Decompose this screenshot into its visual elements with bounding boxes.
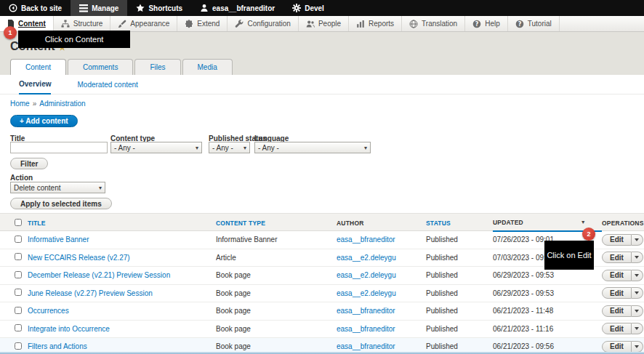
edit-dropdown-caret[interactable]: [632, 287, 643, 299]
manage-button[interactable]: Manage: [71, 0, 127, 16]
row-content-type: Book page: [216, 271, 337, 279]
breadcrumb-separator: »: [33, 100, 37, 108]
user-icon: [200, 4, 209, 12]
row-updated: 06/21/2023 - 11:16: [493, 325, 602, 333]
action-select[interactable]: Delete content: [10, 182, 105, 193]
annotation-step-1-badge: 1: [4, 26, 17, 39]
row-status: Published: [426, 342, 493, 350]
row-author-link[interactable]: easa__bfraneditor: [337, 325, 395, 333]
row-author-link[interactable]: easa__bfraneditor: [337, 236, 395, 244]
edit-button[interactable]: Edit: [602, 234, 632, 246]
row-status: Published: [426, 271, 493, 279]
menu-item-reports[interactable]: Reports: [349, 16, 402, 31]
row-title-link[interactable]: June Release (v2.27) Preview Session: [28, 289, 153, 297]
select-all-checkbox[interactable]: [15, 219, 22, 226]
edit-dropdown-caret[interactable]: [632, 341, 643, 353]
row-author-link[interactable]: easa__e2.deleygu: [337, 254, 396, 262]
column-header-content-type[interactable]: CONTENT TYPE: [216, 220, 337, 227]
row-status: Published: [426, 254, 493, 262]
extend-modules-icon: [185, 20, 193, 28]
row-author-link[interactable]: easa__bfraneditor: [337, 307, 395, 315]
column-header-status[interactable]: STATUS: [426, 220, 493, 227]
content-type-select[interactable]: - Any -: [110, 142, 202, 153]
edit-split-button: Edit: [602, 234, 643, 246]
column-header-title[interactable]: TITLE: [28, 220, 216, 227]
row-status: Published: [426, 236, 493, 244]
breadcrumb: Home»Administration: [10, 100, 86, 108]
menu-item-configuration-label: Configuration: [247, 20, 290, 28]
devel-button[interactable]: Devel: [283, 0, 333, 16]
username-label: easa__bfraneditor: [212, 4, 275, 12]
row-select-checkbox[interactable]: [15, 289, 22, 296]
edit-dropdown-caret[interactable]: [632, 252, 643, 263]
subtab-moderated-content[interactable]: Moderated content: [77, 75, 137, 94]
annotation-step-1-tooltip: Click on Content: [18, 31, 130, 48]
menu-item-configuration[interactable]: Configuration: [228, 16, 298, 31]
tab-content[interactable]: Content: [10, 59, 66, 75]
row-title-link[interactable]: Integrate into Occurrence: [28, 325, 110, 333]
row-author-link[interactable]: easa__e2.deleygu: [337, 271, 396, 279]
edit-split-button: Edit: [602, 252, 643, 263]
row-select-checkbox[interactable]: [15, 324, 22, 331]
edit-button[interactable]: Edit: [602, 305, 632, 317]
row-title-link[interactable]: Informative Banner: [28, 236, 89, 244]
row-select-checkbox[interactable]: [15, 271, 22, 278]
table-row: Occurrences Book page easa__bfraneditor …: [0, 302, 644, 321]
secondary-tabs: Overview Moderated content: [0, 75, 644, 94]
sort-descending-icon: ▼: [581, 220, 586, 225]
row-content-type: Book page: [216, 342, 337, 350]
row-title-link[interactable]: New ECCAIRS Release (v2.27): [28, 254, 130, 262]
row-title-link[interactable]: December Release (v2.21) Preview Session: [28, 271, 170, 279]
subtab-overview[interactable]: Overview: [19, 75, 51, 94]
row-title-link[interactable]: Filters and Actions: [28, 342, 87, 350]
tutorial-icon: ?: [515, 20, 524, 28]
apply-to-selected-items-button[interactable]: Apply to selected items: [10, 198, 112, 209]
filter-button[interactable]: Filter: [10, 158, 48, 169]
tab-files[interactable]: Files: [134, 59, 180, 75]
menu-item-people[interactable]: People: [299, 16, 349, 31]
add-content-button[interactable]: + Add content: [10, 115, 78, 127]
edit-button[interactable]: Edit: [602, 252, 632, 263]
edit-dropdown-caret[interactable]: [632, 234, 643, 246]
menu-item-translation-label: Translation: [422, 20, 457, 28]
row-updated: 06/21/2023 - 09:56: [493, 342, 602, 350]
edit-button[interactable]: Edit: [602, 323, 632, 334]
row-updated: 06/29/2023 - 09:53: [493, 271, 602, 279]
edit-dropdown-caret[interactable]: [632, 323, 643, 334]
row-title-link[interactable]: Occurrences: [28, 307, 69, 315]
edit-button[interactable]: Edit: [602, 287, 632, 299]
row-author-link[interactable]: easa__bfraneditor: [337, 342, 395, 350]
menu-icon: [79, 4, 88, 12]
primary-tabs: Content Comments Files Media: [10, 59, 234, 75]
edit-dropdown-caret[interactable]: [632, 270, 643, 281]
menu-item-help[interactable]: ? Help: [465, 16, 508, 31]
table-row: Integrate into Occurrence Book page easa…: [0, 321, 644, 339]
star-icon: [136, 4, 145, 12]
tab-media[interactable]: Media: [182, 59, 233, 75]
title-filter-input[interactable]: [10, 142, 108, 153]
row-select-checkbox[interactable]: [15, 307, 22, 314]
menu-item-tutorial[interactable]: ? Tutorial: [508, 16, 560, 31]
menu-item-appearance[interactable]: Appearance: [110, 16, 177, 31]
back-to-site-button[interactable]: Back to site: [0, 0, 71, 16]
user-account-button[interactable]: easa__bfraneditor: [191, 0, 283, 16]
menu-item-extend[interactable]: Extend: [177, 16, 228, 31]
tab-comments[interactable]: Comments: [68, 59, 133, 75]
edit-dropdown-caret[interactable]: [632, 305, 643, 317]
menu-item-translation[interactable]: Translation: [402, 16, 465, 31]
edit-button[interactable]: Edit: [602, 341, 632, 353]
breadcrumb-administration-link[interactable]: Administration: [39, 100, 85, 108]
row-author-link[interactable]: easa__e2.deleygu: [337, 289, 396, 297]
action-label: Action: [10, 174, 33, 182]
row-status: Published: [426, 325, 493, 333]
row-select-checkbox[interactable]: [15, 342, 22, 350]
breadcrumb-home-link[interactable]: Home: [10, 100, 30, 108]
shortcuts-button[interactable]: Shortcuts: [127, 0, 191, 16]
language-select[interactable]: - Any -: [254, 142, 371, 153]
row-select-checkbox[interactable]: [15, 236, 22, 243]
menu-item-structure[interactable]: Structure: [54, 16, 111, 31]
published-status-select[interactable]: - Any -: [209, 142, 250, 153]
edit-button[interactable]: Edit: [602, 270, 632, 281]
menu-item-people-label: People: [318, 20, 341, 28]
row-select-checkbox[interactable]: [15, 253, 22, 260]
